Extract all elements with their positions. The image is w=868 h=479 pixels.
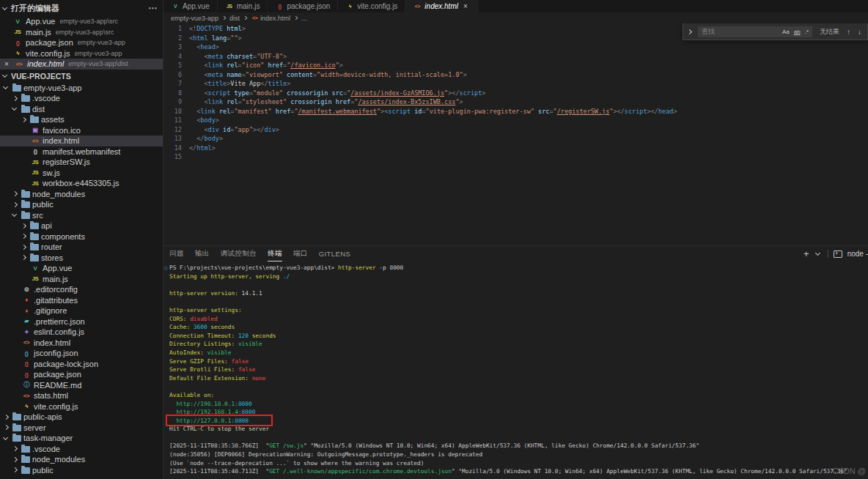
panel-tab[interactable]: 输出 bbox=[195, 246, 210, 261]
open-editor-item[interactable]: ×<>index.htmlempty-vue3-app\dist bbox=[0, 59, 163, 70]
folder-icon bbox=[30, 116, 39, 123]
tree-item[interactable]: dist bbox=[0, 104, 163, 115]
close-icon[interactable]: × bbox=[461, 2, 470, 10]
terminal-line bbox=[169, 434, 868, 442]
tree-item[interactable]: {}package-lock.json bbox=[0, 359, 163, 370]
breadcrumb-item[interactable]: index.html bbox=[260, 15, 290, 22]
close-icon[interactable]: × bbox=[2, 60, 11, 68]
code-line: 12 <div id="app"></div> bbox=[163, 125, 868, 135]
code-line: 8 <script type="module" crossorigin src=… bbox=[163, 89, 868, 98]
tab-label: App.vue bbox=[183, 2, 210, 10]
tree-item[interactable]: ⚙.editorconfig bbox=[0, 284, 163, 295]
tree-item-label: task-manager bbox=[23, 434, 73, 442]
terminal-line: Default File Extension: none bbox=[169, 374, 868, 383]
breadcrumb-item[interactable]: ... bbox=[301, 15, 307, 22]
divider bbox=[828, 250, 828, 258]
terminal-line: Serve GZIP Files: false bbox=[169, 357, 868, 366]
editor-tab[interactable]: <>index.html× bbox=[405, 0, 478, 12]
tree-item[interactable]: public bbox=[0, 199, 163, 210]
line-number: 7 bbox=[163, 79, 189, 89]
terminal-session-label[interactable]: node - bbox=[847, 250, 868, 258]
editor-tab[interactable]: JSmain.js bbox=[218, 0, 268, 12]
find-next-icon[interactable]: ↓ bbox=[858, 28, 861, 36]
panel-tab[interactable]: 端口 bbox=[293, 246, 308, 261]
tree-item[interactable]: components bbox=[0, 231, 163, 242]
regex-button[interactable]: .* bbox=[803, 29, 810, 35]
breadcrumb-item[interactable]: empty-vue3-app bbox=[171, 15, 218, 22]
prettier-icon: ▰ bbox=[21, 318, 32, 324]
folder-icon bbox=[21, 446, 30, 453]
tree-item[interactable]: JSmain.js bbox=[0, 274, 163, 285]
match-case-button[interactable]: Aa bbox=[781, 29, 791, 35]
tree-item[interactable]: JSsw.js bbox=[0, 168, 163, 179]
line-number: 14 bbox=[163, 144, 189, 153]
open-editors-list: VApp.vueempty-vue3-app\srcJSmain.jsempty… bbox=[0, 16, 163, 70]
new-terminal-button[interactable]: + bbox=[803, 249, 809, 259]
terminal-line bbox=[169, 297, 868, 306]
tree-item-label: package.json bbox=[34, 370, 81, 379]
find-input[interactable] bbox=[700, 27, 779, 36]
panel-tab[interactable]: 终端 bbox=[268, 246, 282, 261]
panel-tab[interactable]: GITLENS bbox=[319, 246, 350, 261]
panel-tab[interactable]: 调试控制台 bbox=[221, 246, 257, 261]
npm-icon: {} bbox=[12, 40, 23, 46]
tree-item[interactable]: task-manager bbox=[0, 433, 163, 444]
tree-item[interactable]: stores bbox=[0, 253, 163, 264]
js-icon: JS bbox=[12, 29, 23, 35]
open-editor-name: main.js bbox=[26, 28, 51, 37]
editor-tab[interactable]: {}package.json bbox=[268, 0, 338, 12]
code-line: 11 <body> bbox=[163, 116, 868, 125]
project-section-header[interactable]: VUE-PROJECTS bbox=[0, 70, 163, 83]
tree-item[interactable]: {}jsconfig.json bbox=[0, 348, 163, 359]
terminal-dropdown-chevron-icon[interactable] bbox=[814, 250, 823, 258]
editor-tab[interactable]: ϟvite.config.js bbox=[338, 0, 405, 12]
tree-item[interactable]: ⓘREADME.md bbox=[0, 380, 163, 391]
find-previous-icon[interactable]: ↑ bbox=[847, 28, 850, 36]
line-number: 15 bbox=[163, 152, 189, 162]
more-actions-icon[interactable]: ⋯ bbox=[148, 3, 157, 13]
tree-item[interactable]: {}manifest.webmanifest bbox=[0, 146, 163, 157]
tree-item[interactable]: ✦eslint.config.js bbox=[0, 327, 163, 338]
editor-tab[interactable]: VApp.vue bbox=[163, 0, 218, 12]
terminal[interactable]: ○PS F:\projects\vue-projects\empty-vue3-… bbox=[163, 261, 868, 479]
open-editor-name: index.html bbox=[27, 59, 64, 68]
indent-spacer bbox=[11, 338, 19, 346]
toggle-replace-chevron-icon[interactable] bbox=[685, 28, 694, 36]
tree-item[interactable]: {}package.json bbox=[0, 369, 163, 380]
tree-item[interactable]: assets bbox=[0, 114, 163, 125]
tree-item[interactable]: .vscode bbox=[0, 444, 163, 455]
tree-item[interactable]: .vscode bbox=[0, 93, 163, 104]
tree-item[interactable]: node_modules bbox=[0, 189, 163, 200]
tree-item[interactable]: server bbox=[0, 423, 163, 434]
tree-item[interactable]: VApp.vue bbox=[0, 263, 163, 274]
tree-item[interactable]: ♦.gitignore bbox=[0, 305, 163, 316]
tree-item[interactable]: JSworkbox-e4453305.js bbox=[0, 178, 163, 189]
code-editor[interactable]: 1<!DOCTYPE html>2<html lang="">3 <head>4… bbox=[163, 23, 868, 162]
tree-item[interactable]: ▰.prettierrc.json bbox=[0, 316, 163, 327]
open-editor-item[interactable]: VApp.vueempty-vue3-app\src bbox=[0, 16, 163, 27]
tree-item[interactable]: node_modules bbox=[0, 454, 163, 465]
open-editors-header[interactable]: 打开的编辑器 ⋯ bbox=[0, 0, 163, 16]
tree-item[interactable]: public-apis bbox=[0, 412, 163, 423]
whole-word-button[interactable]: ab bbox=[792, 29, 802, 35]
panel-tab[interactable]: 问题 bbox=[169, 246, 184, 261]
tree-item[interactable]: ϟvite.config.js bbox=[0, 401, 163, 412]
tree-item[interactable]: api bbox=[0, 220, 163, 231]
folder-icon bbox=[21, 212, 30, 219]
breadcrumb-item[interactable]: dist bbox=[229, 15, 240, 22]
open-editor-item[interactable]: JSmain.jsempty-vue3-app\src bbox=[0, 27, 163, 38]
tree-item[interactable]: <>stats.html bbox=[0, 390, 163, 401]
tree-item[interactable]: JSregisterSW.js bbox=[0, 157, 163, 168]
tree-item[interactable]: <>index.html bbox=[0, 338, 163, 349]
open-editor-item[interactable]: ϟvite.config.jsempty-vue3-app bbox=[0, 48, 163, 59]
open-editor-item[interactable]: {}package.jsonempty-vue3-app bbox=[0, 37, 163, 48]
tree-item[interactable]: public bbox=[0, 465, 163, 476]
tree-item[interactable]: ♦.gitattributes bbox=[0, 295, 163, 306]
tree-item[interactable]: <>index.html bbox=[0, 135, 163, 146]
tree-item[interactable]: ▣favicon.ico bbox=[0, 125, 163, 136]
tree-item[interactable]: router bbox=[0, 242, 163, 253]
tree-item-label: public-apis bbox=[23, 412, 62, 421]
tree-item[interactable]: src bbox=[0, 210, 163, 221]
terminal-line: CORS: disabled bbox=[169, 315, 868, 324]
tree-item[interactable]: empty-vue3-app bbox=[0, 83, 163, 94]
